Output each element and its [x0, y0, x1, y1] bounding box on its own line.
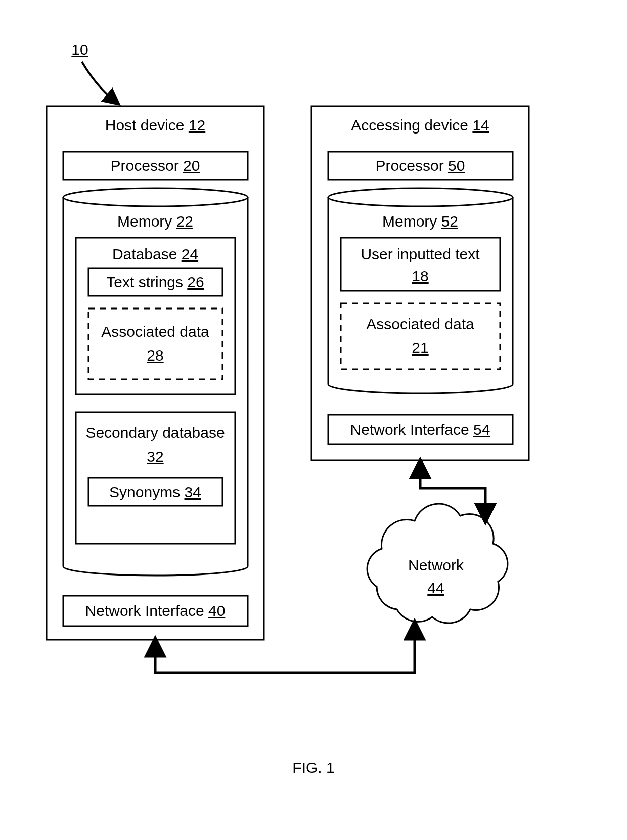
svg-text:21: 21 [412, 339, 428, 356]
svg-text:18: 18 [412, 268, 428, 284]
figure-caption: FIG. 1 [292, 759, 334, 776]
accessing-memory-label: Memory 52 [382, 213, 458, 230]
svg-text:Associated data: Associated data [366, 316, 474, 332]
accessing-associated-data: Associated data 21 [341, 303, 500, 369]
accessing-memory-cylinder: Memory 52 User inputted text 18 Associat… [328, 188, 513, 393]
figure-ref-label: 10 [71, 41, 88, 58]
svg-rect-8 [88, 308, 222, 379]
svg-point-3 [63, 188, 248, 206]
network-label: Network [408, 557, 464, 573]
svg-text:Network Interface 54: Network Interface 54 [350, 421, 490, 438]
network-cloud: Network 44 [367, 504, 508, 623]
system-diagram: 10 Host device 12 Processor 20 Memory 22 [0, 0, 627, 840]
host-associated-data: Associated data 28 [88, 308, 222, 379]
accessing-user-text: User inputted text 18 [341, 238, 500, 291]
accessing-processor: Processor 50 [328, 152, 513, 180]
host-secondary-database: Secondary database 32 Synonyms 34 [76, 412, 235, 544]
host-database: Database 24 Text strings 26 Associated d… [76, 238, 235, 394]
svg-text:Text strings 26: Text strings 26 [106, 274, 204, 290]
host-device-title: Host device 12 [105, 117, 205, 134]
figure-ref-arrow [82, 62, 114, 100]
host-network-interface: Network Interface 40 [63, 596, 248, 626]
svg-text:32: 32 [147, 448, 163, 465]
svg-text:Secondary database: Secondary database [85, 424, 225, 441]
svg-text:Processor 50: Processor 50 [376, 157, 465, 174]
svg-text:Database 24: Database 24 [112, 246, 198, 262]
host-memory-label: Memory 22 [117, 213, 193, 230]
svg-point-21 [328, 188, 513, 206]
host-synonyms: Synonyms 34 [88, 478, 222, 506]
network-ref: 44 [427, 580, 444, 596]
accessing-device-title: Accessing device 14 [351, 117, 489, 134]
svg-text:Network Interface 40: Network Interface 40 [85, 602, 226, 619]
svg-rect-25 [341, 303, 500, 369]
svg-text:Processor 20: Processor 20 [111, 157, 200, 174]
host-text-strings: Text strings 26 [88, 268, 222, 296]
accessing-device-block: Accessing device 14 Processor 50 Memory … [311, 106, 529, 460]
host-memory-cylinder: Memory 22 Database 24 Text strings 26 [63, 188, 248, 576]
svg-text:Synonyms 34: Synonyms 34 [109, 483, 201, 500]
svg-text:28: 28 [147, 347, 163, 364]
accessing-network-interface: Network Interface 54 [328, 415, 513, 444]
svg-text:Associated data: Associated data [101, 323, 209, 340]
svg-text:User inputted text: User inputted text [361, 246, 480, 262]
host-device-block: Host device 12 Processor 20 Memory 22 Da… [47, 106, 264, 640]
host-processor: Processor 20 [63, 152, 248, 180]
